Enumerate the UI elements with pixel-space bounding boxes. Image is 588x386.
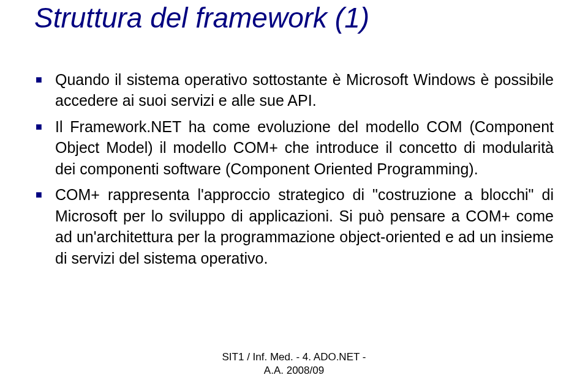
bullet-marker-icon: ■ <box>34 184 55 269</box>
slide-footer: SIT1 / Inf. Med. - 4. ADO.NET - A.A. 200… <box>0 351 588 377</box>
bullet-marker-icon: ■ <box>34 69 55 111</box>
footer-line-2: A.A. 2008/09 <box>0 364 588 377</box>
bullet-text: Quando il sistema operativo sottostante … <box>55 69 554 111</box>
bullet-text: COM+ rappresenta l'approccio strategico … <box>55 184 554 269</box>
bullet-marker-icon: ■ <box>34 116 55 180</box>
slide: Struttura del framework (1) ■ Quando il … <box>0 0 588 386</box>
bullet-item: ■ COM+ rappresenta l'approccio strategic… <box>34 184 554 269</box>
slide-title: Struttura del framework (1) <box>34 0 554 34</box>
bullet-item: ■ Quando il sistema operativo sottostant… <box>34 69 554 111</box>
footer-line-1: SIT1 / Inf. Med. - 4. ADO.NET - <box>222 351 366 363</box>
bullet-text: Il Framework.NET ha come evoluzione del … <box>55 116 554 180</box>
bullet-item: ■ Il Framework.NET ha come evoluzione de… <box>34 116 554 180</box>
slide-body: ■ Quando il sistema operativo sottostant… <box>34 69 554 269</box>
